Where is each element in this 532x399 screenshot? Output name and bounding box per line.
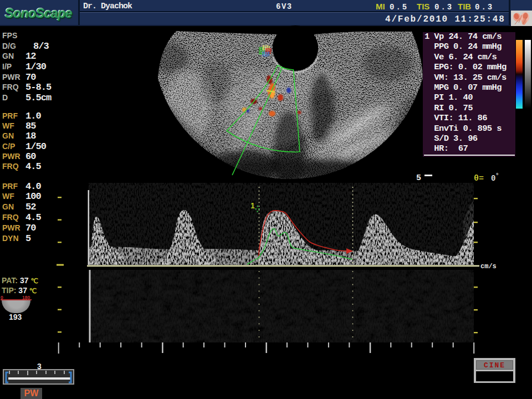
svg-text:1: 1	[250, 201, 255, 210]
